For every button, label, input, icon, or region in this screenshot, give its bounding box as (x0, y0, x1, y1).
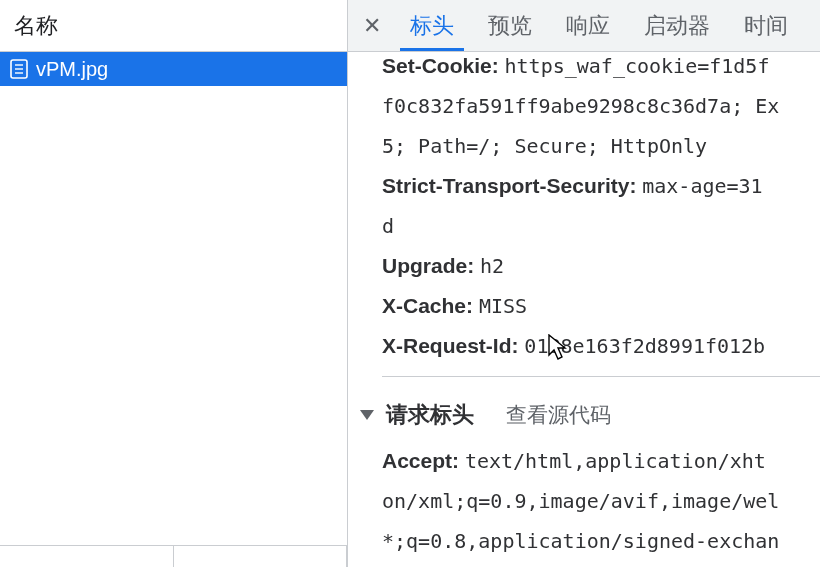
header-key: X-Request-Id: (382, 334, 519, 357)
header-x-request-id: X-Request-Id: 0188e163f2d8991f012b (382, 326, 820, 366)
table-footer (0, 545, 347, 567)
header-value: h2 (480, 254, 504, 278)
response-headers-block: Set-Cookie: https_waf_cookie=f1d5f f0c83… (382, 52, 820, 377)
footer-cell (174, 546, 348, 567)
section-title: 请求标头 (386, 402, 474, 427)
header-value: MISS (479, 294, 527, 318)
name-column-header[interactable]: 名称 (0, 0, 347, 52)
tab-initiator[interactable]: 启动器 (630, 0, 724, 51)
request-row[interactable]: vPM.jpg (0, 52, 347, 86)
header-value: https_waf_cookie=f1d5f (505, 54, 770, 78)
tab-preview[interactable]: 预览 (474, 0, 546, 51)
header-set-cookie: Set-Cookie: https_waf_cookie=f1d5f (382, 52, 820, 86)
header-value-cont: d (348, 206, 820, 246)
request-list: vPM.jpg (0, 52, 347, 545)
details-panel: ✕ 标头 预览 响应 启动器 时间 Set-Cookie: https_waf_… (348, 0, 820, 567)
header-accept: Accept: text/html,application/xht (382, 441, 820, 481)
request-headers-section[interactable]: 请求标头 查看源代码 (360, 377, 820, 441)
close-icon[interactable]: ✕ (354, 13, 390, 39)
tab-timing[interactable]: 时间 (730, 0, 802, 51)
header-strict-transport-security: Strict-Transport-Security: max-age=31 (382, 166, 820, 206)
header-value-cont: *;q=0.8,application/signed-exchan (348, 521, 820, 561)
details-tab-bar: ✕ 标头 预览 响应 启动器 时间 (348, 0, 820, 52)
tab-response[interactable]: 响应 (552, 0, 624, 51)
chevron-down-icon (360, 410, 374, 420)
tab-headers[interactable]: 标头 (396, 0, 468, 51)
header-key: Accept: (382, 449, 459, 472)
header-key: Set-Cookie: (382, 54, 499, 77)
header-value: text/html,application/xht (465, 449, 766, 473)
view-source-link[interactable]: 查看源代码 (506, 395, 611, 435)
header-x-cache: X-Cache: MISS (382, 286, 820, 326)
header-value-cont: on/xml;q=0.9,image/avif,image/wel (348, 481, 820, 521)
header-value-cont: f0c832fa591ff9abe9298c8c36d7a; Ex (348, 86, 820, 126)
header-upgrade: Upgrade: h2 (382, 246, 820, 286)
section-toggle[interactable]: 请求标头 (360, 395, 474, 435)
footer-cell (0, 546, 174, 567)
header-value: 0188e163f2d8991f012b (524, 334, 765, 358)
name-panel: 名称 vPM.jpg (0, 0, 348, 567)
header-value-cont: 5; Path=/; Secure; HttpOnly (348, 126, 820, 166)
headers-content: Set-Cookie: https_waf_cookie=f1d5f f0c83… (348, 52, 820, 567)
file-icon (10, 59, 28, 79)
header-key: Upgrade: (382, 254, 474, 277)
header-key: Strict-Transport-Security: (382, 174, 636, 197)
request-file-name: vPM.jpg (36, 58, 108, 81)
header-key: X-Cache: (382, 294, 473, 317)
header-value: max-age=31 (642, 174, 762, 198)
